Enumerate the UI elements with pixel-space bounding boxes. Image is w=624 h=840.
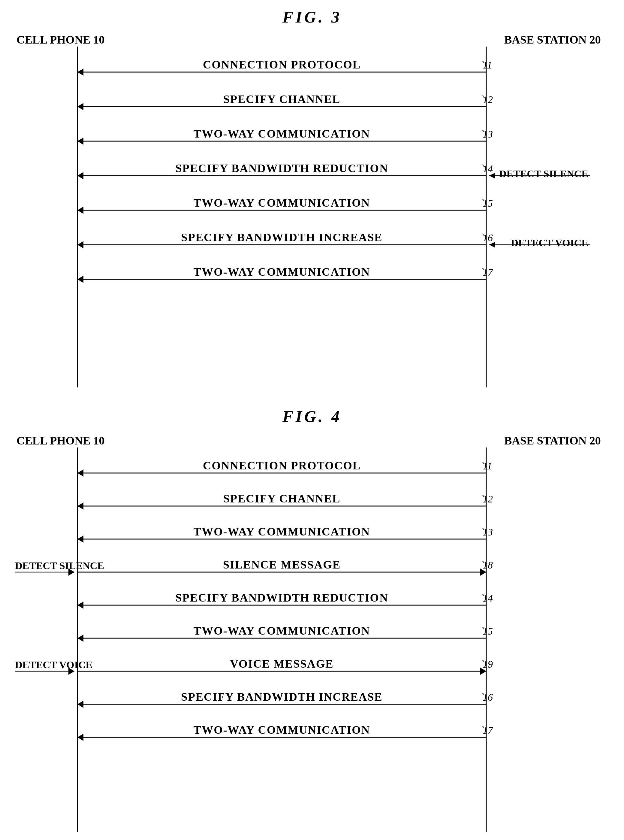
fig4-row6-arrowhead: [77, 634, 83, 642]
fig4-row1-label: CONNECTION PROTOCOL: [203, 459, 361, 472]
fig3-row1-step: ‵11: [480, 59, 492, 71]
fig4-detect-voice-label: DETECT VOICE: [15, 659, 93, 670]
fig4-row3-label: TWO-WAY COMMUNICATION: [194, 525, 370, 538]
fig4-right-entity: BASE STATION 20: [504, 434, 601, 447]
fig4-left-entity: CELL PHONE 10: [17, 434, 105, 447]
fig3-left-entity: CELL PHONE 10: [17, 33, 105, 46]
fig3-row5-arrowhead: [77, 207, 83, 214]
fig3-row5-label: TWO-WAY COMMUNICATION: [194, 196, 370, 209]
fig4-row6-step: ‵15: [480, 626, 493, 637]
fig4-row8-step: ‵16: [480, 691, 493, 703]
fig4-diagram: FIG. 4 CELL PHONE 10 BASE STATION 20 CON…: [0, 399, 624, 840]
fig3-row7-arrowhead: [77, 276, 83, 283]
fig4-row7-label: VOICE MESSAGE: [230, 657, 334, 670]
fig4-title: FIG. 4: [282, 408, 342, 425]
page: FIG. 3 CELL PHONE 10 BASE STATION 20 CON…: [0, 0, 624, 840]
fig3-diagram: FIG. 3 CELL PHONE 10 BASE STATION 20 CON…: [0, 0, 624, 396]
fig3-row6-arrowhead: [77, 241, 83, 248]
fig4-row5-arrowhead: [77, 602, 83, 609]
fig3-row3-label: TWO-WAY COMMUNICATION: [194, 127, 370, 140]
fig4-row6-label: TWO-WAY COMMUNICATION: [194, 624, 370, 637]
fig3-row4-step: ‵14: [480, 163, 493, 174]
fig3-row7-step: ‵17: [480, 267, 493, 278]
fig4-row1-step: ‵11: [480, 460, 492, 472]
fig3-row1-label: CONNECTION PROTOCOL: [203, 58, 361, 71]
fig4-row1-arrowhead: [77, 469, 83, 476]
fig4-row9-step: ‵17: [480, 725, 493, 736]
fig3-detect-silence-label: DETECT SILENCE: [499, 168, 588, 179]
fig3-row6-step: ‵16: [480, 232, 493, 243]
fig3-detect-voice-label: DETECT VOICE: [511, 237, 588, 248]
fig3-row3-step: ‵13: [480, 128, 493, 140]
fig3-row1-arrowhead: [77, 68, 83, 76]
fig4-row8-arrowhead: [77, 701, 83, 708]
fig4-row3-arrowhead: [77, 535, 83, 543]
fig3-row7-label: TWO-WAY COMMUNICATION: [194, 266, 370, 278]
fig3-row2-step: ‵12: [480, 94, 493, 105]
fig3-right-entity: BASE STATION 20: [504, 33, 601, 46]
fig4-row9-arrowhead: [77, 734, 83, 741]
fig4-row9-label: TWO-WAY COMMUNICATION: [194, 724, 370, 736]
fig4-row2-step: ‵12: [480, 493, 493, 504]
fig4-row4-label: SILENCE MESSAGE: [223, 558, 341, 571]
fig3-row6-label: SPECIFY BANDWIDTH INCREASE: [181, 231, 382, 244]
fig4-row3-step: ‵13: [480, 526, 493, 538]
fig3-row3-arrowhead: [77, 138, 83, 145]
fig3-row2-arrowhead: [77, 103, 83, 110]
fig4-row5-step: ‵14: [480, 592, 493, 604]
fig4-row5-label: SPECIFY BANDWIDTH REDUCTION: [175, 591, 388, 604]
fig4-row8-label: SPECIFY BANDWIDTH INCREASE: [181, 690, 382, 703]
fig3-row2-label: SPECIFY CHANNEL: [223, 93, 341, 105]
fig3-row4-label: SPECIFY BANDWIDTH REDUCTION: [175, 162, 388, 175]
fig4-row7-step: ‵19: [480, 659, 493, 670]
fig4-row2-arrowhead: [77, 503, 83, 510]
fig4-detect-silence-label: DETECT SILENCE: [15, 560, 104, 571]
fig3-title: FIG. 3: [282, 8, 342, 26]
fig4-row2-label: SPECIFY CHANNEL: [223, 492, 341, 505]
fig3-row4-arrowhead: [77, 172, 83, 179]
fig3-row5-step: ‵15: [480, 198, 493, 209]
fig4-row4-step: ‵18: [480, 560, 493, 571]
